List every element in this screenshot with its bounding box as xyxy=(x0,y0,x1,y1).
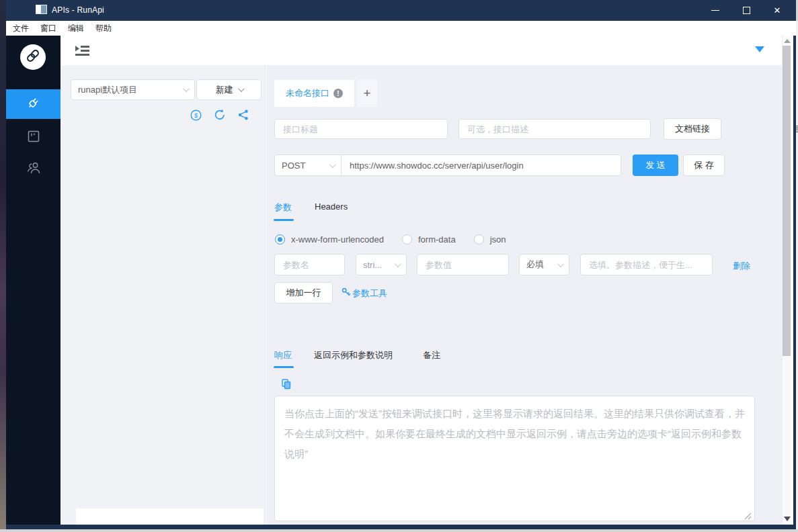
param-tools-label: 参数工具 xyxy=(352,287,387,300)
method-value: POST xyxy=(282,161,305,171)
window-border-bottom xyxy=(6,525,796,529)
active-tab-underline xyxy=(274,219,294,221)
menu-file[interactable]: 文件 xyxy=(8,21,34,36)
new-button-label: 新建 xyxy=(216,84,233,96)
param-name-input[interactable] xyxy=(274,254,345,275)
tab-return-example[interactable]: 返回示例和参数说明 xyxy=(314,349,393,361)
maximize-button[interactable] xyxy=(731,0,761,21)
link-icon xyxy=(26,48,40,66)
tab-response[interactable]: 响应 xyxy=(274,349,292,361)
radio-label-form-data: form-data xyxy=(418,234,456,245)
sidebar-item-team[interactable] xyxy=(6,154,61,184)
param-type-select[interactable]: stri... xyxy=(356,254,407,275)
chevron-down-icon xyxy=(395,261,401,267)
project-select-value: runapi默认项目 xyxy=(78,84,183,96)
sidebar-item-board[interactable] xyxy=(6,123,61,152)
project-toolbar: $ xyxy=(190,109,249,124)
tab-headers[interactable]: Headers xyxy=(315,202,348,212)
screen: ≣ APIs - RunApi ✕ 文件 窗口 编辑 帮助 xyxy=(0,0,798,532)
window-title: APIs - RunApi xyxy=(52,5,104,15)
board-icon xyxy=(27,130,40,146)
radio-json[interactable] xyxy=(474,234,484,245)
tab-unnamed-api-label: 未命名接口 xyxy=(286,87,329,99)
radio-label-urlencoded: x-www-form-urlencoded xyxy=(291,234,384,245)
window-border-right xyxy=(793,0,796,529)
vertical-scrollbar-thumb[interactable] xyxy=(783,46,791,356)
resize-handle[interactable] xyxy=(744,511,752,523)
minimize-button[interactable] xyxy=(701,0,730,21)
refresh-icon[interactable] xyxy=(214,109,226,124)
close-button[interactable]: ✕ xyxy=(762,0,792,21)
tools-key-icon xyxy=(342,287,351,300)
api-desc-input[interactable] xyxy=(458,119,651,139)
chevron-down-icon xyxy=(557,261,564,267)
menu-help[interactable]: 帮助 xyxy=(91,21,116,36)
chevron-down-icon xyxy=(237,85,244,92)
chevron-down-icon xyxy=(329,161,336,168)
radio-x-www-form-urlencoded[interactable] xyxy=(275,234,285,245)
save-button[interactable]: 保 存 xyxy=(683,154,725,176)
project-panel xyxy=(61,65,266,525)
request-url-group: POST xyxy=(274,154,621,176)
scroll-down-arrow-icon[interactable] xyxy=(784,517,791,521)
tab-remark[interactable]: 备注 xyxy=(423,349,440,361)
add-row-button[interactable]: 增加一行 xyxy=(274,282,333,304)
param-delete-link[interactable]: 删除 xyxy=(733,260,750,272)
response-textarea[interactable] xyxy=(274,396,755,521)
param-required-value: 必填 xyxy=(526,259,544,271)
param-required-select[interactable]: 必填 xyxy=(519,254,569,275)
copy-icon[interactable] xyxy=(281,379,291,392)
param-tools-link[interactable]: 参数工具 xyxy=(342,287,387,300)
desktop-wallpaper-bottom xyxy=(0,529,798,532)
radio-label-json: json xyxy=(490,234,506,245)
api-connector-icon xyxy=(26,95,41,113)
titlebar[interactable] xyxy=(6,0,796,21)
share-icon[interactable] xyxy=(238,109,249,123)
doc-link-button[interactable]: 文档链接 xyxy=(664,118,721,140)
menu-window[interactable]: 窗口 xyxy=(36,21,61,36)
app-logo[interactable] xyxy=(20,44,46,70)
new-button[interactable]: 新建 xyxy=(196,79,262,100)
radio-form-data[interactable] xyxy=(402,234,412,245)
new-tab-button[interactable]: + xyxy=(357,80,377,107)
param-value-input[interactable] xyxy=(417,254,509,275)
menu-unfold-icon[interactable] xyxy=(75,44,89,60)
url-input[interactable] xyxy=(342,155,621,175)
tab-params[interactable]: 参数 xyxy=(274,202,292,214)
content-header xyxy=(61,36,782,65)
panel-horizontal-scrollbar[interactable] xyxy=(76,508,264,525)
team-icon xyxy=(26,161,41,178)
dollar-circle-icon[interactable]: $ xyxy=(190,109,202,124)
method-select[interactable]: POST xyxy=(275,155,342,175)
unsaved-badge: ! xyxy=(333,89,343,98)
active-tab-underline xyxy=(274,366,294,368)
tab-unnamed-api[interactable]: 未命名接口 ! xyxy=(274,80,354,107)
header-dropdown-caret-icon[interactable] xyxy=(755,46,764,52)
project-select[interactable]: runapi默认项目 xyxy=(71,79,195,100)
param-desc-input[interactable] xyxy=(580,254,713,275)
sidebar-item-apis[interactable] xyxy=(6,89,61,119)
send-button[interactable]: 发 送 xyxy=(633,154,678,176)
desktop-wallpaper-left xyxy=(0,0,6,532)
api-title-input[interactable] xyxy=(274,119,448,139)
svg-text:$: $ xyxy=(194,112,198,119)
chevron-down-icon xyxy=(183,85,190,92)
menubar: 文件 窗口 编辑 帮助 xyxy=(6,21,796,36)
scroll-up-arrow-icon[interactable] xyxy=(784,39,791,43)
param-type-value: stri... xyxy=(363,260,382,270)
body-type-radios: x-www-form-urlencoded form-data json xyxy=(275,234,506,245)
menu-edit[interactable]: 编辑 xyxy=(63,21,89,36)
app-icon xyxy=(36,5,47,14)
